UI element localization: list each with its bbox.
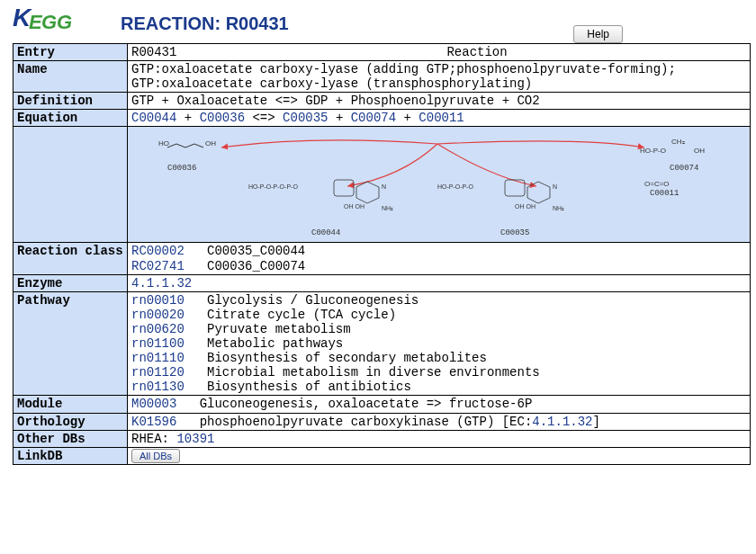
- svg-text:HO-P-O-P-O-P-O: HO-P-O-P-O-P-O: [248, 183, 298, 190]
- svg-text:OH: OH: [694, 147, 705, 155]
- otherdbs-cell: RHEA: 10391: [128, 430, 751, 447]
- orth-id[interactable]: K01596: [131, 415, 176, 429]
- rc-1-pair: C00036_C00074: [207, 259, 305, 273]
- svg-text:CH₂: CH₂: [671, 138, 685, 146]
- entry-cell: R00431Reaction: [128, 44, 751, 61]
- pw-6-name: Biosynthesis of antibiotics: [207, 380, 411, 394]
- logo-letter-e: E: [29, 11, 42, 34]
- svg-text:N: N: [553, 183, 557, 190]
- pw-3-name: Metabolic pathways: [207, 336, 343, 351]
- pathway-label: Pathway: [14, 291, 128, 396]
- pw-5-name: Microbial metabolism in diverse environm…: [207, 365, 540, 380]
- name-value: GTP:oxaloacetate carboxy-lyase (adding G…: [128, 61, 751, 93]
- module-name: Gluconeogenesis, oxaloacetate => fructos…: [200, 397, 533, 411]
- orth-ec[interactable]: 4.1.1.32: [532, 415, 592, 429]
- eq-c3[interactable]: C00035: [283, 111, 328, 125]
- orthology-cell: K01596 phosphoenolpyruvate carboxykinase…: [128, 413, 751, 430]
- linkdb-label: LinkDB: [14, 447, 128, 464]
- module-label: Module: [14, 396, 128, 413]
- pw-5-id[interactable]: rn01120: [131, 365, 184, 380]
- otherdbs-db: RHEA:: [131, 432, 176, 446]
- mol-c00036[interactable]: C00036: [167, 164, 196, 173]
- pw-2-id[interactable]: rn00620: [131, 322, 184, 336]
- pw-0-name: Glycolysis / Gluconeogenesis: [207, 293, 418, 308]
- rc-0-pair: C00035_C00044: [207, 244, 305, 258]
- page-title: REACTION: R00431: [121, 13, 289, 34]
- pw-3-id[interactable]: rn01100: [131, 336, 184, 351]
- rc-1-id[interactable]: RC02741: [131, 259, 184, 273]
- orth-suffix: ]: [593, 415, 600, 429]
- reaction-class-label: Reaction class: [14, 243, 128, 274]
- eq-c4[interactable]: C00074: [351, 111, 396, 125]
- orth-name: phosphoenolpyruvate carboxykinase (GTP) …: [200, 415, 533, 429]
- entry-id: R00431: [131, 45, 176, 59]
- entry-type: Reaction: [446, 45, 507, 59]
- pw-4-id[interactable]: rn01110: [131, 351, 184, 365]
- equation-cell: C00044 + C00036 <=> C00035 + C00074 + C0…: [128, 110, 751, 127]
- svg-text:HO-P-O: HO-P-O: [640, 147, 666, 155]
- pathway-cell: rn00010 Glycolysis / Gluconeogenesis rn0…: [128, 291, 751, 396]
- linkdb-cell: All DBs: [128, 447, 751, 464]
- pw-0-id[interactable]: rn00010: [131, 293, 184, 308]
- page-header: K E GG REACTION: R00431 Help: [7, 7, 749, 40]
- reaction-svg: HO OH CH₂ HO-P-O OH O=C=O HO-P-O-P-O-P-O…: [131, 128, 743, 241]
- all-dbs-button[interactable]: All DBs: [131, 449, 180, 463]
- reaction-class-cell: RC00002 C00035_C00044 RC02741 C00036_C00…: [128, 243, 751, 274]
- svg-text:N: N: [382, 183, 386, 190]
- definition-value: GTP + Oxaloacetate <=> GDP + Phosphoenol…: [128, 93, 751, 110]
- module-id[interactable]: M00003: [131, 397, 176, 411]
- svg-text:O=C=O: O=C=O: [644, 180, 670, 188]
- pw-1-name: Citrate cycle (TCA cycle): [207, 308, 396, 322]
- reaction-table: Entry R00431Reaction Name GTP:oxaloaceta…: [13, 43, 751, 465]
- otherdbs-label: Other DBs: [14, 430, 128, 447]
- mol-c00074[interactable]: C00074: [670, 164, 698, 173]
- svg-text:NH₂: NH₂: [382, 205, 393, 211]
- eq-c5[interactable]: C00011: [418, 111, 464, 125]
- enzyme-ec[interactable]: 4.1.1.32: [131, 276, 192, 290]
- svg-text:OH OH: OH OH: [344, 203, 364, 210]
- pw-2-name: Pyruvate metabolism: [207, 322, 351, 336]
- kegg-logo[interactable]: K E GG: [13, 7, 67, 40]
- svg-text:HO-P-O-P-O: HO-P-O-P-O: [437, 183, 474, 190]
- enzyme-cell: 4.1.1.32: [128, 274, 751, 291]
- definition-label: Definition: [14, 93, 128, 110]
- otherdbs-id[interactable]: 10391: [176, 432, 214, 446]
- orthology-label: Orthology: [14, 413, 128, 430]
- svg-rect-7: [334, 180, 354, 196]
- diagram-label-cell: [14, 127, 128, 243]
- module-cell: M00003 Gluconeogenesis, oxaloacetate => …: [128, 396, 751, 413]
- svg-text:NH₂: NH₂: [553, 205, 564, 211]
- reaction-diagram: HO OH CH₂ HO-P-O OH O=C=O HO-P-O-P-O-P-O…: [128, 127, 751, 243]
- rc-0-id[interactable]: RC00002: [131, 244, 184, 258]
- entry-label: Entry: [14, 44, 128, 61]
- svg-text:HO: HO: [158, 139, 169, 147]
- eq-c2[interactable]: C00036: [200, 111, 245, 125]
- help-button[interactable]: Help: [573, 25, 623, 43]
- eq-c1[interactable]: C00044: [131, 111, 176, 125]
- pw-4-name: Biosynthesis of secondary metabolites: [207, 351, 487, 365]
- pw-6-id[interactable]: rn01130: [131, 380, 184, 394]
- svg-text:OH OH: OH OH: [515, 203, 536, 210]
- pw-1-id[interactable]: rn00020: [131, 308, 184, 322]
- svg-text:OH: OH: [205, 139, 216, 147]
- equation-label: Equation: [14, 110, 128, 127]
- mol-c00044[interactable]: C00044: [311, 228, 340, 237]
- mol-c00035[interactable]: C00035: [500, 228, 529, 237]
- mol-c00011[interactable]: C00011: [650, 189, 679, 198]
- logo-letter-gg: GG: [41, 11, 72, 34]
- enzyme-label: Enzyme: [14, 274, 128, 291]
- name-label: Name: [14, 61, 128, 93]
